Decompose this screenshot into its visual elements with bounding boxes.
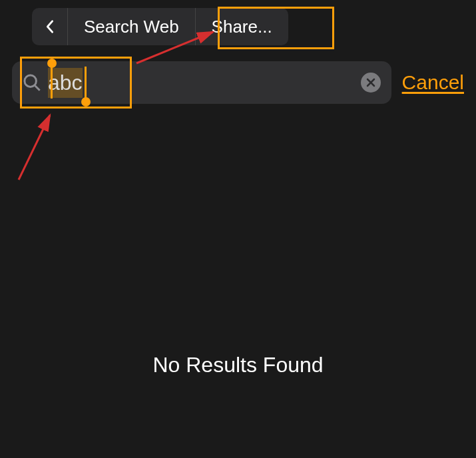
annotation-arrow-to-search <box>13 110 60 183</box>
svg-line-1 <box>35 86 40 91</box>
back-button[interactable] <box>32 8 68 45</box>
cancel-button[interactable]: Cancel <box>402 71 464 94</box>
chevron-left-icon <box>45 19 55 34</box>
search-icon <box>23 73 41 92</box>
search-input[interactable]: abc <box>48 68 83 98</box>
search-field[interactable]: abc <box>12 61 391 104</box>
svg-line-7 <box>19 115 50 180</box>
search-web-menu-item[interactable]: Search Web <box>68 8 196 45</box>
close-icon <box>366 78 375 87</box>
search-row: abc Cancel <box>12 61 464 104</box>
svg-point-0 <box>25 75 36 87</box>
clear-button[interactable] <box>361 73 381 93</box>
no-results-message: No Results Found <box>0 353 476 377</box>
share-menu-item[interactable]: Share... <box>196 8 288 45</box>
context-menu: Search Web Share... <box>32 8 288 45</box>
